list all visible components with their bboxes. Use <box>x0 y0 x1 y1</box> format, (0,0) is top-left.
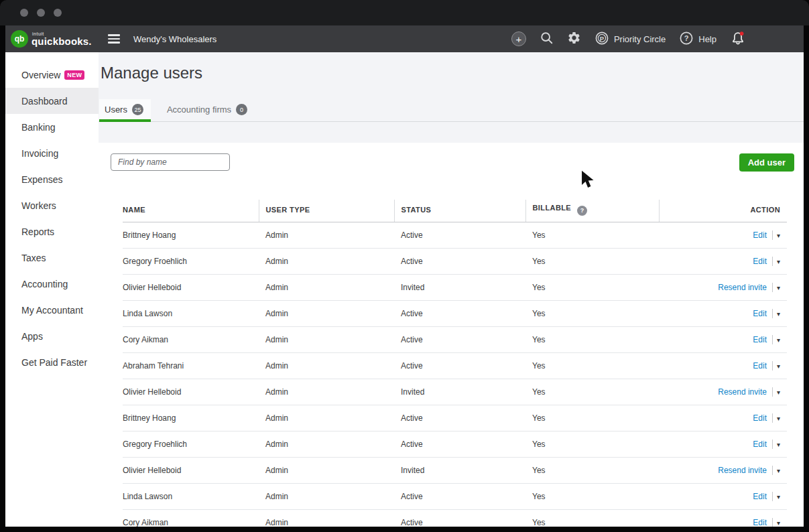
action-link[interactable]: Edit <box>753 230 767 240</box>
action-link[interactable]: Edit <box>753 361 767 371</box>
cell-status: Active <box>394 300 525 326</box>
cell-status: Active <box>394 352 525 379</box>
cell-action: Edit▾ <box>659 300 787 326</box>
window-control-dot[interactable] <box>20 9 28 17</box>
action-dropdown-caret[interactable]: ▾ <box>777 493 780 501</box>
help-button[interactable]: ? Help <box>679 31 717 48</box>
action-dropdown-caret[interactable]: ▾ <box>777 284 780 291</box>
action-separator <box>772 230 773 240</box>
action-link[interactable]: Resend invite <box>718 466 767 475</box>
sidebar-item-label: Get Paid Faster <box>21 357 87 368</box>
column-header-billable[interactable]: BILLABLE? <box>525 200 659 222</box>
sidebar-item[interactable]: Workers <box>5 192 99 218</box>
cell-name: Cory Aikman <box>123 509 259 527</box>
sidebar-item[interactable]: Dashboard <box>5 88 99 114</box>
action-dropdown-caret[interactable]: ▾ <box>777 258 780 265</box>
cell-name: Abraham Tehrani <box>123 352 259 379</box>
gear-icon <box>567 31 581 47</box>
sidebar-item[interactable]: Reports <box>5 218 99 245</box>
action-dropdown-caret[interactable]: ▾ <box>777 519 780 527</box>
column-header-action: ACTION <box>659 200 787 222</box>
action-link[interactable]: Edit <box>753 518 767 527</box>
sidebar-item-label: My Accountant <box>21 305 83 316</box>
action-link[interactable]: Edit <box>753 440 767 449</box>
cell-billable: Yes <box>525 248 659 274</box>
cell-billable: Yes <box>525 352 659 379</box>
cell-name: Olivier Helleboid <box>123 274 259 300</box>
column-header-user-type[interactable]: USER TYPE <box>259 200 394 222</box>
tab-accounting-firms-count-badge: 0 <box>236 104 247 115</box>
column-header-name[interactable]: NAME <box>123 200 259 222</box>
cell-user-type: Admin <box>259 509 394 527</box>
cell-billable: Yes <box>525 509 659 527</box>
table-row: Brittney Hoang Admin Active Yes Edit▾ <box>123 405 787 431</box>
sidebar-item[interactable]: Accounting <box>5 271 99 297</box>
sidebar-item[interactable]: Invoicing <box>5 140 99 166</box>
action-dropdown-caret[interactable]: ▾ <box>777 441 780 448</box>
main-content: Manage users Users 25 Accounting firms 0… <box>99 52 804 527</box>
action-separator <box>772 257 773 266</box>
tab-users[interactable]: Users 25 <box>99 99 151 122</box>
sidebar-item-label: Dashboard <box>21 96 68 107</box>
sidebar-item-label: Invoicing <box>21 148 58 159</box>
tab-accounting-firms-label: Accounting firms <box>167 105 231 115</box>
window-control-dot[interactable] <box>54 9 62 17</box>
toolbar: Add user <box>99 143 804 172</box>
cell-user-type: Admin <box>259 457 394 483</box>
billable-info-icon[interactable]: ? <box>577 206 587 216</box>
create-new-button[interactable]: + <box>511 31 526 46</box>
cell-action: Edit▾ <box>659 431 787 457</box>
action-link[interactable]: Edit <box>753 413 767 423</box>
search-input[interactable] <box>111 153 230 171</box>
notifications-button[interactable] <box>730 30 746 48</box>
action-dropdown-caret[interactable]: ▾ <box>777 310 780 318</box>
sidebar-item-label: Apps <box>21 331 43 342</box>
cell-status: Active <box>394 509 525 527</box>
window-control-dot[interactable] <box>37 9 45 17</box>
cell-action: Edit▾ <box>659 352 787 379</box>
search-button[interactable] <box>540 31 554 47</box>
sidebar-item[interactable]: Apps <box>5 323 99 349</box>
action-link[interactable]: Edit <box>753 335 767 344</box>
action-link[interactable]: Edit <box>753 309 767 318</box>
app-window: qb intuit quickbooks. Wendy's Wholesaler… <box>5 25 804 527</box>
cell-billable: Yes <box>525 457 659 483</box>
action-link[interactable]: Edit <box>753 492 767 501</box>
cell-name: Gregory Froehlich <box>123 248 259 274</box>
action-separator <box>772 283 773 292</box>
settings-button[interactable] <box>567 31 581 47</box>
sidebar-item[interactable]: Get Paid Faster <box>5 349 99 375</box>
sidebar-item[interactable]: Banking <box>5 114 99 140</box>
cell-name: Brittney Hoang <box>123 405 259 431</box>
add-user-button[interactable]: Add user <box>739 153 794 172</box>
action-dropdown-caret[interactable]: ▾ <box>777 362 780 370</box>
action-link[interactable]: Resend invite <box>718 283 767 292</box>
cell-user-type: Admin <box>259 405 394 431</box>
action-link[interactable]: Edit <box>753 257 767 266</box>
action-dropdown-caret[interactable]: ▾ <box>777 389 780 396</box>
tab-accounting-firms[interactable]: Accounting firms 0 <box>162 99 255 122</box>
qb-logo-icon: qb <box>11 30 28 48</box>
cell-action: Edit▾ <box>659 326 787 352</box>
action-link[interactable]: Resend invite <box>718 387 767 397</box>
cell-action: Edit▾ <box>659 483 787 509</box>
cell-status: Invited <box>394 379 525 405</box>
cell-billable: Yes <box>525 222 659 248</box>
quickbooks-logo: qb intuit quickbooks. <box>5 30 99 48</box>
sidebar-item[interactable]: Overview NEW <box>5 62 99 88</box>
sidebar-item[interactable]: Taxes <box>5 245 99 271</box>
hamburger-menu-icon[interactable] <box>105 31 123 46</box>
cell-name: Cory Aikman <box>123 326 259 352</box>
cell-status: Invited <box>394 457 525 483</box>
action-dropdown-caret[interactable]: ▾ <box>777 336 780 344</box>
sidebar-item[interactable]: Expenses <box>5 166 99 192</box>
action-dropdown-caret[interactable]: ▾ <box>777 232 780 239</box>
priority-circle-button[interactable]: P Priority Circle <box>595 31 666 48</box>
column-header-status[interactable]: STATUS <box>394 200 525 222</box>
action-dropdown-caret[interactable]: ▾ <box>777 415 780 422</box>
sidebar-item-label: Expenses <box>21 174 62 185</box>
sidebar-item[interactable]: My Accountant <box>5 297 99 323</box>
cell-user-type: Admin <box>259 352 394 379</box>
action-dropdown-caret[interactable]: ▾ <box>777 467 780 474</box>
users-table: NAME USER TYPE STATUS BILLABLE? ACTION <box>123 200 787 527</box>
